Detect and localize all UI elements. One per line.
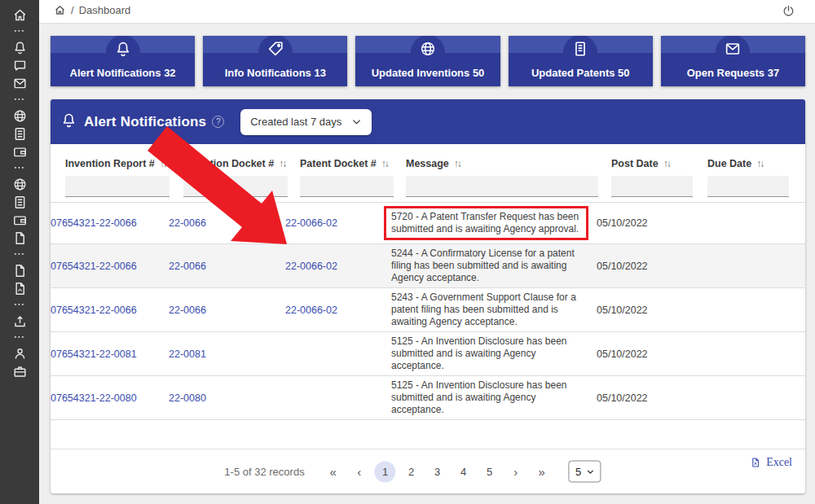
top-bar: / Dashboard xyxy=(39,0,815,24)
patent-docket-link[interactable]: 22-0066-02 xyxy=(285,217,391,229)
message-cell: 5720 - A Patent Transfer Request has bee… xyxy=(391,206,597,240)
ellipsis-separator xyxy=(14,163,26,174)
message-cell: 5125 - An Invention Disclosure has been … xyxy=(391,379,597,416)
ellipsis-separator xyxy=(14,94,26,106)
post-date-cell: 05/10/2022 xyxy=(597,217,693,229)
globe-icon[interactable] xyxy=(11,176,28,192)
chat-icon[interactable] xyxy=(11,57,28,73)
column-header-invention-report[interactable]: Invention Report #↑↓ xyxy=(65,144,183,169)
page-button-1[interactable]: 1 xyxy=(375,461,396,482)
sort-icon[interactable]: ↑↓ xyxy=(756,158,763,169)
column-label: Post Date xyxy=(611,158,659,169)
column-header-invention-docket[interactable]: Invention Docket #↑↓ xyxy=(183,144,300,169)
sort-icon[interactable]: ↑↓ xyxy=(663,158,670,169)
globe-icon xyxy=(419,40,437,61)
invention-docket-link[interactable]: 22-0066 xyxy=(169,305,285,316)
home-icon[interactable] xyxy=(11,7,28,23)
card-label: Info Notifications 13 xyxy=(203,67,347,79)
invention-report-link[interactable]: 07654321-22-0066 xyxy=(51,305,169,316)
panel-header: Alert Notifications ? Created last 7 day… xyxy=(51,99,805,144)
filter-input-invention-report[interactable] xyxy=(65,176,170,197)
help-icon[interactable]: ? xyxy=(212,116,224,128)
last-page-button[interactable]: » xyxy=(531,461,553,482)
globe-icon[interactable] xyxy=(11,107,28,124)
excel-export-link[interactable]: Excel xyxy=(750,456,792,469)
summary-cards-row: Alert Notifications 32 Info Notification… xyxy=(39,24,815,86)
breadcrumb-separator: / xyxy=(71,4,74,16)
invention-docket-link[interactable]: 22-0080 xyxy=(169,392,285,404)
wallet-icon[interactable] xyxy=(11,212,28,228)
filter-input-due-date[interactable] xyxy=(707,176,789,197)
sort-icon[interactable]: ↑↓ xyxy=(381,158,388,169)
invention-report-link[interactable]: 07654321-22-0066 xyxy=(51,217,169,229)
invention-docket-link[interactable]: 22-0066 xyxy=(169,261,285,272)
card-open-requests[interactable]: Open Requests 37 xyxy=(661,36,805,86)
invention-report-link[interactable]: 07654321-22-0080 xyxy=(51,392,169,404)
column-header-due-date[interactable]: Due Date↑↓ xyxy=(707,144,797,169)
briefcase-icon[interactable] xyxy=(11,363,28,379)
mail-icon xyxy=(724,40,742,61)
post-date-cell: 05/10/2022 xyxy=(597,348,693,360)
book-icon xyxy=(571,40,589,61)
page-button-2[interactable]: 2 xyxy=(401,461,422,482)
invention-report-link[interactable]: 07654321-22-0066 xyxy=(51,261,169,272)
breadcrumb[interactable]: / Dashboard xyxy=(54,4,130,16)
pdf-file-icon[interactable] xyxy=(11,280,28,296)
person-icon[interactable] xyxy=(11,345,28,362)
filter-input-message[interactable] xyxy=(406,176,598,197)
table-header-row: Invention Report #↑↓ Invention Docket #↑… xyxy=(51,144,805,169)
column-label: Due Date xyxy=(707,158,751,169)
page-button-4[interactable]: 4 xyxy=(453,461,474,482)
invention-report-link[interactable]: 07654321-22-0081 xyxy=(51,348,169,360)
sort-icon[interactable]: ↑↓ xyxy=(454,158,460,169)
next-page-button[interactable]: › xyxy=(505,461,526,482)
patent-docket-link[interactable]: 22-0066-02 xyxy=(285,305,391,316)
ellipsis-separator xyxy=(14,26,26,37)
table-filter-row xyxy=(51,176,805,197)
filter-input-post-date[interactable] xyxy=(611,176,693,197)
filter-input-patent-docket[interactable] xyxy=(300,176,394,197)
page-button-5[interactable]: 5 xyxy=(479,461,500,482)
card-updated-inventions[interactable]: Updated Inventions 50 xyxy=(355,36,500,86)
sort-icon[interactable]: ↑↓ xyxy=(279,158,285,169)
table-row: 07654321-22-0080 22-0080 5125 - An Inven… xyxy=(51,375,805,419)
created-filter-value: Created last 7 days xyxy=(250,116,341,128)
prev-page-button[interactable]: ‹ xyxy=(349,461,370,482)
bell-icon[interactable] xyxy=(11,39,28,55)
power-icon[interactable] xyxy=(782,4,795,18)
page-size-value: 5 xyxy=(575,466,581,478)
page-size-select[interactable]: 5 xyxy=(569,461,601,483)
invention-docket-link[interactable]: 22-0081 xyxy=(169,348,285,360)
table-body: 07654321-22-0066 22-0066 22-0066-02 5720… xyxy=(51,202,805,420)
column-label: Patent Docket # xyxy=(300,158,377,169)
card-updated-patents[interactable]: Updated Patents 50 xyxy=(509,36,653,86)
wallet-icon[interactable] xyxy=(11,143,28,160)
chevron-down-icon xyxy=(586,467,594,476)
created-filter-dropdown[interactable]: Created last 7 days xyxy=(240,109,372,135)
alert-notifications-panel: Alert Notifications ? Created last 7 day… xyxy=(51,99,805,493)
filter-input-invention-docket[interactable] xyxy=(183,176,288,197)
table-row: 07654321-22-0066 22-0066 22-0066-02 5243… xyxy=(51,287,805,331)
card-label: Updated Patents 50 xyxy=(509,67,653,79)
post-date-cell: 05/10/2022 xyxy=(597,305,693,316)
card-info-notifications[interactable]: Info Notifications 13 xyxy=(203,36,347,86)
column-header-post-date[interactable]: Post Date↑↓ xyxy=(611,144,707,169)
invention-docket-link[interactable]: 22-0066 xyxy=(169,217,285,229)
column-label: Message xyxy=(406,158,449,169)
message-cell: 5244 - A Confirmatory License for a pate… xyxy=(391,248,597,284)
first-page-button[interactable]: « xyxy=(323,461,344,482)
column-header-patent-docket[interactable]: Patent Docket #↑↓ xyxy=(300,144,406,169)
page-button-3[interactable]: 3 xyxy=(427,461,448,482)
table-row: 07654321-22-0081 22-0081 5125 - An Inven… xyxy=(51,331,805,375)
document-icon[interactable] xyxy=(11,125,28,142)
card-alert-notifications[interactable]: Alert Notifications 32 xyxy=(51,36,195,86)
patent-docket-link[interactable]: 22-0066-02 xyxy=(285,261,391,272)
document-icon[interactable] xyxy=(11,194,28,210)
mail-icon[interactable] xyxy=(11,75,28,91)
file-icon[interactable] xyxy=(11,262,28,278)
upload-icon[interactable] xyxy=(11,313,28,329)
file-icon[interactable] xyxy=(11,230,28,246)
table-row: 07654321-22-0066 22-0066 22-0066-02 5244… xyxy=(51,243,805,287)
sort-icon[interactable]: ↑↓ xyxy=(160,158,166,169)
column-header-message[interactable]: Message↑↓ xyxy=(406,144,611,169)
